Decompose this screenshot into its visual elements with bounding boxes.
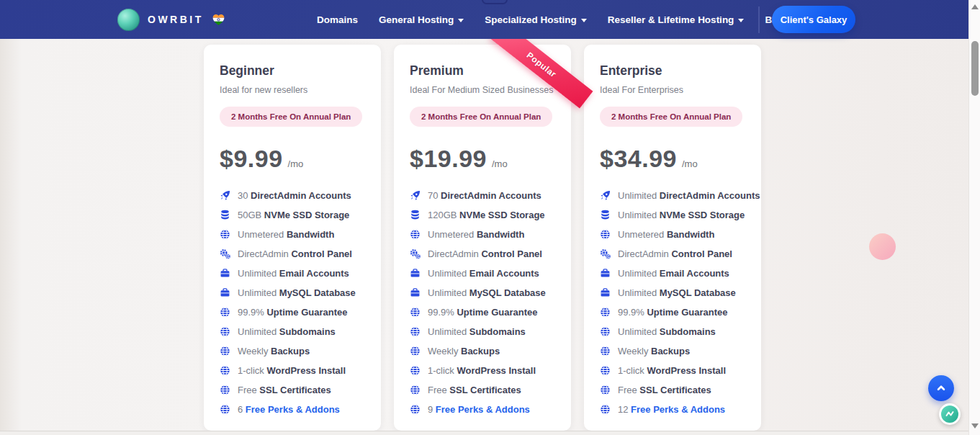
feature-label: Unlimited Email Accounts [238,268,349,279]
plan-tagline: Ideal for new resellers [220,85,365,95]
feature-name: NVMe SSD Storage [459,210,544,220]
globe-icon [220,307,230,318]
feature-label: Unlimited MySQL Database [428,287,546,298]
briefcase-icon [220,268,230,279]
feature-item: DirectAdmin Control Panel [220,248,365,259]
feature-name: WordPress Install [647,365,726,376]
feature-item: Unlimited Subdomains [600,326,745,337]
feature-name: Email Accounts [660,268,729,279]
feature-prefix: Unlimited [618,268,660,279]
globe-icon [220,404,230,415]
main-nav: Domains General Hosting Specialized Host… [317,0,786,39]
feature-prefix: DirectAdmin [238,248,291,259]
feature-prefix: Unlimited [428,268,469,279]
chat-widget-button[interactable] [939,403,961,425]
nav-item-reseller-lifetime-hosting[interactable]: Reseller & Lifetime Hosting [608,14,745,25]
feature-prefix: 1-click [238,365,266,376]
feature-prefix: 1-click [428,365,457,376]
feature-name: Backups [651,346,690,356]
clients-galaxy-button[interactable]: Client's Galaxy [772,6,855,33]
feature-label[interactable]: 9 Free Perks & Addons [428,404,530,415]
price-period: /mo [682,158,698,169]
feature-label[interactable]: 6 Free Perks & Addons [238,404,340,415]
nav-item-general-hosting[interactable]: General Hosting [379,14,464,25]
feature-prefix: Unlimited [428,326,469,337]
feature-prefix: Weekly [238,346,271,356]
globe-icon [410,326,421,337]
feature-label: Unmetered Bandwidth [238,229,334,240]
globe-icon [600,404,611,415]
plan-name: Enterprise [600,63,745,79]
chat-logo-icon [941,405,958,423]
chevron-down-icon [738,19,744,22]
feature-prefix: 99.9% [618,307,647,318]
nav-item-domains[interactable]: Domains [317,14,358,25]
globe-icon [220,326,230,337]
feature-item: Weekly Backups [220,346,365,356]
top-navbar: OWRBIT Domains General Hosting Specializ… [0,0,968,39]
rocket-icon [220,190,230,201]
feature-item: Weekly Backups [600,346,745,356]
feature-name: MySQL Database [660,287,736,298]
feature-label: DirectAdmin Control Panel [618,248,732,259]
feature-label: 1-click WordPress Install [238,365,346,376]
vertical-scrollbar[interactable] [968,0,980,435]
feature-label: Unlimited DirectAdmin Accounts [618,190,760,201]
globe-icon [220,229,230,240]
feature-name: DirectAdmin Accounts [251,190,351,201]
feature-item: 30 DirectAdmin Accounts [220,190,365,201]
nav-item-specialized-hosting[interactable]: Specialized Hosting [485,14,587,25]
rocket-icon [410,190,421,201]
feature-prefix: Unmetered [618,229,667,240]
feature-name: Bandwidth [667,229,714,240]
scroll-to-top-button[interactable] [928,375,954,401]
feature-name: Free Perks & Addons [631,404,725,415]
feature-name: Subdomains [660,326,716,337]
feature-item: 99.9% Uptime Guarantee [410,307,555,318]
cogs-icon [600,248,611,259]
feature-label: 70 DirectAdmin Accounts [428,190,541,201]
rocket-icon [600,190,611,201]
scrollbar-thumb[interactable] [971,41,979,96]
annual-offer-badge: 2 Months Free On Annual Plan [410,107,552,127]
annual-offer-badge: 2 Months Free On Annual Plan [600,107,742,127]
price-amount: $9.99 [220,145,283,173]
chevron-up-icon [935,382,948,395]
scrollbar-down-arrow[interactable] [971,423,979,429]
feature-item: 70 DirectAdmin Accounts [410,190,555,201]
feature-label: 99.9% Uptime Guarantee [238,307,347,318]
feature-item: Free SSL Certificates [600,385,745,395]
globe-icon [600,307,611,318]
brand-logo[interactable]: OWRBIT [117,0,225,39]
india-flag-heart-icon [212,14,225,26]
feature-name: NVMe SSD Storage [660,210,745,220]
feature-item: Unlimited MySQL Database [220,287,365,298]
globe-icon [600,326,611,337]
globe-icon [410,229,421,240]
feature-item: Unmetered Bandwidth [410,229,555,240]
feature-name: Control Panel [671,248,732,259]
feature-item: Unmetered Bandwidth [220,229,365,240]
feature-label: Unlimited NVMe SSD Storage [618,210,745,220]
feature-label: Unmetered Bandwidth [428,229,524,240]
globe-icon [600,385,611,395]
feature-name: Free Perks & Addons [436,404,530,415]
feature-label: 1-click WordPress Install [428,365,536,376]
plan-price: $9.99/mo [220,145,365,173]
top-notch [482,0,508,4]
feature-item: 120GB NVMe SSD Storage [410,210,555,220]
horizontal-scrollbar-track[interactable] [0,431,968,435]
briefcase-icon [600,268,611,279]
feature-prefix: Free [428,385,449,395]
feature-name: WordPress Install [266,365,346,376]
feature-prefix: Unlimited [618,210,660,220]
globe-icon [600,229,611,240]
feature-label: Unlimited Subdomains [428,326,526,337]
feature-prefix: Unlimited [428,287,469,298]
feature-label[interactable]: 12 Free Perks & Addons [618,404,725,415]
feature-item: Unmetered Bandwidth [600,229,745,240]
feature-name: Uptime Guarantee [266,307,347,318]
feature-item: 99.9% Uptime Guarantee [220,307,365,318]
database-icon [600,210,611,220]
scrollbar-up-arrow[interactable] [971,4,979,9]
